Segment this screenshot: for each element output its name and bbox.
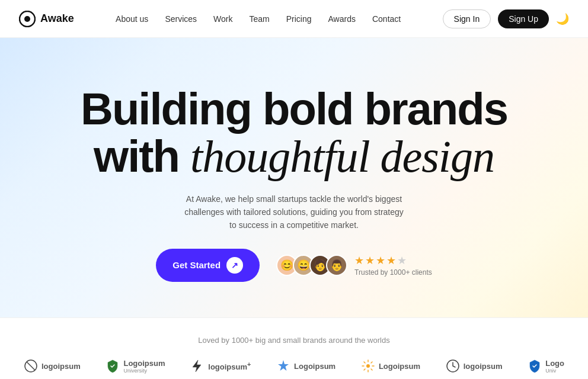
brand-icon-4 (276, 359, 290, 373)
brand-item: logoipsum+ (190, 359, 251, 373)
svg-line-11 (371, 362, 372, 363)
hero-title-line1: Building bold brands (24, 85, 564, 133)
trusted-text: Trusted by 1000+ clients (354, 268, 432, 277)
signup-button[interactable]: Sign Up (498, 9, 549, 28)
nav-link-services[interactable]: Services (165, 14, 197, 24)
brand-item: Logoipsum University (106, 359, 165, 374)
arrow-icon: ↗ (226, 257, 243, 274)
nav-links: About us Services Work Team Pricing Awar… (116, 14, 401, 24)
svg-point-4 (366, 364, 370, 368)
dark-mode-toggle[interactable]: 🌙 (556, 12, 569, 25)
svg-line-10 (371, 369, 372, 370)
navbar: Awake About us Services Work Team Pricin… (0, 0, 588, 38)
brand-item: logoipsum (24, 359, 81, 373)
nav-link-pricing[interactable]: Pricing (286, 14, 312, 24)
nav-link-team[interactable]: Team (249, 14, 269, 24)
get-started-button[interactable]: Get Started ↗ (156, 249, 260, 282)
logo-icon (19, 11, 36, 27)
svg-line-3 (27, 362, 35, 370)
brand-icon-7 (528, 359, 542, 373)
hero-subtitle: At Awake, we help small startups tackle … (181, 192, 407, 232)
nav-link-work[interactable]: Work (213, 14, 232, 24)
star-rating: ★ ★ ★ ★ ★ (354, 254, 407, 267)
brand-item: Logoipsum (276, 359, 335, 373)
hero-title-line2: with thoughtful design (24, 133, 564, 181)
signin-button[interactable]: Sign In (443, 9, 491, 28)
brand-item: Logoipsum (361, 359, 420, 373)
brand-icon-3 (190, 359, 204, 373)
brand-icon-5 (361, 359, 375, 373)
nav-actions: Sign In Sign Up 🌙 (443, 9, 569, 28)
nav-link-awards[interactable]: Awards (328, 14, 356, 24)
avatar: 👨 (326, 255, 347, 276)
brands-tagline: Loved by 1000+ big and small brands arou… (24, 336, 564, 345)
nav-link-about[interactable]: About us (116, 14, 148, 24)
svg-line-12 (364, 369, 365, 370)
brands-section: Loved by 1000+ big and small brands arou… (0, 317, 588, 379)
hero-section: Building bold brands with thoughtful des… (0, 38, 588, 317)
svg-line-9 (364, 362, 365, 363)
avatar-group: 😊 😄 🧑 👨 (276, 255, 347, 276)
brand-icon-1 (24, 359, 38, 373)
logo[interactable]: Awake (19, 11, 74, 27)
brand-item: Logo Univ (528, 359, 564, 374)
social-proof: 😊 😄 🧑 👨 ★ ★ ★ ★ ★ Trusted by 1000+ clien… (276, 254, 432, 277)
rating-block: ★ ★ ★ ★ ★ Trusted by 1000+ clients (354, 254, 432, 277)
brands-row: logoipsum Logoipsum University logoipsum… (24, 359, 564, 374)
nav-link-contact[interactable]: Contact (372, 14, 401, 24)
svg-point-1 (24, 16, 30, 22)
logo-text: Awake (40, 12, 74, 25)
brand-icon-2 (106, 359, 120, 373)
brand-icon-6 (446, 359, 460, 373)
brand-item: logoipsum (446, 359, 503, 373)
hero-cta-row: Get Started ↗ 😊 😄 🧑 👨 ★ ★ ★ ★ ★ Trusted … (24, 249, 564, 282)
